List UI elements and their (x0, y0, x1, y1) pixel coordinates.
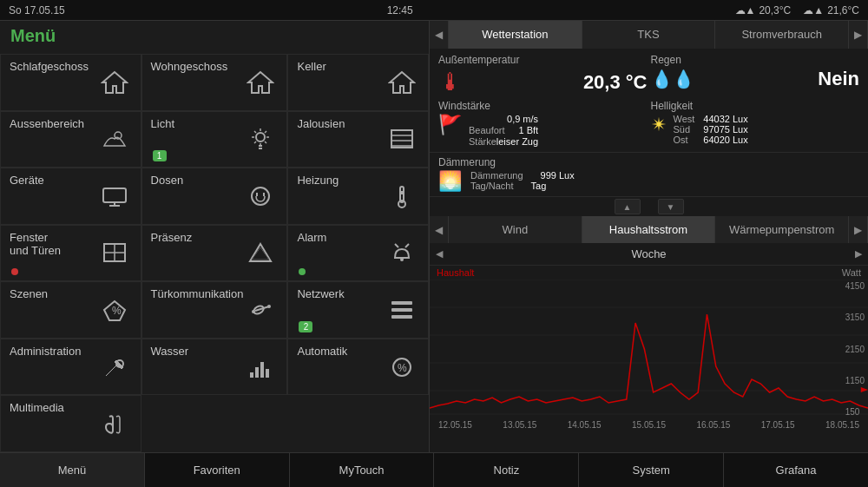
menu-item-icon-wasser (243, 350, 278, 385)
left-panel: Menü SchlafgeschossWohngeschossKellerAus… (0, 21, 430, 452)
menu-item-tuerkomm[interactable]: Türkommunikation (141, 281, 288, 339)
wind-staerke-value: leiser Zug (496, 136, 538, 147)
wind-ms-value: 0,9 m/s (507, 114, 538, 124)
weather-section: Außentemperatur 🌡 20,3 °C Regen 💧💧 Nein … (430, 49, 868, 153)
bottom-bar: Menü Favoriten MyTouch Notiz System Graf… (0, 452, 868, 487)
brightness-west-row: West 44032 Lux (674, 114, 748, 124)
tab-wind[interactable]: Wind (449, 216, 582, 244)
scroll-up-btn[interactable]: ▲ (615, 199, 641, 214)
tab-waermepumpenstrom[interactable]: Wärmepumpenstrom (715, 216, 849, 244)
menu-item-label-heizung: Heizung (297, 174, 385, 187)
svg-line-11 (265, 131, 266, 133)
menu-item-praesenz[interactable]: Präsenz (141, 225, 288, 282)
menu-item-label-netzwerk: Netzwerk (297, 287, 385, 300)
x-label-3: 15.05.15 (632, 420, 666, 430)
x-label-1: 13.05.15 (503, 420, 536, 430)
svg-point-40 (267, 305, 271, 308)
wind-staerke-label: Stärke (469, 136, 496, 147)
daemmerung-lux-label: Dämmerung (470, 170, 523, 181)
svg-rect-33 (400, 258, 404, 261)
menu-item-label-szenen: Szenen (10, 287, 97, 300)
bottom-grafana[interactable]: Grafana (724, 453, 868, 487)
menu-item-label-wohngeschoss: Wohngeschoss (151, 60, 244, 73)
chart-unit: Watt (842, 267, 861, 278)
menu-item-schlafgeschoss[interactable]: Schlafgeschoss (0, 54, 141, 111)
helligkeit-label: Helligkeit (651, 100, 860, 112)
y-label-1150: 1150 (845, 376, 865, 385)
tab2-prev-btn[interactable]: ◀ (430, 216, 449, 244)
chart-svg-container: 4150 3150 2150 1150 150 (430, 280, 868, 418)
menu-item-dosen[interactable]: Dosen (141, 168, 288, 225)
menu-item-automatik[interactable]: Automatik% (287, 339, 429, 396)
scroll-arrows: ▲ ▼ (430, 197, 868, 217)
tab-tks[interactable]: TKS (582, 21, 716, 49)
weather-info-1: ☁▲ 20,3°C (735, 4, 792, 16)
tab-haushaltsstrom[interactable]: Haushaltsstrom (582, 216, 716, 244)
menu-item-wohngeschoss[interactable]: Wohngeschoss (141, 54, 288, 111)
svg-rect-47 (260, 362, 264, 378)
daemmerung-rows: Dämmerung 999 Lux Tag/Nacht Tag (470, 170, 575, 191)
menu-item-administration[interactable]: Administration (0, 339, 141, 396)
menu-item-wasser[interactable]: Wasser (141, 339, 288, 396)
dot-green-alarm (299, 268, 306, 275)
menu-item-label-multimedia: Multimedia (10, 401, 97, 414)
menu-item-icon-administration (97, 350, 132, 385)
top-bar: So 17.05.15 12:45 ☁▲ 20,3°C ☁▲ 21,6°C (0, 0, 868, 21)
menu-item-netzwerk[interactable]: Netzwerk2 (287, 281, 429, 339)
menu-item-heizung[interactable]: Heizung (287, 168, 429, 225)
svg-rect-45 (250, 372, 253, 378)
scroll-down-btn[interactable]: ▼ (658, 199, 684, 214)
brightness-rows: West 44032 Lux Süd 97075 Lux Ost 64020 L… (674, 114, 748, 145)
svg-marker-31 (250, 244, 271, 261)
daemmerung-lux-value: 999 Lux (541, 170, 575, 181)
svg-text:%: % (112, 305, 122, 317)
bottom-favoriten[interactable]: Favoriten (145, 453, 290, 487)
bottom-system[interactable]: System (579, 453, 724, 487)
menu-item-icon-szenen: % (97, 293, 132, 327)
menu-item-icon-licht (243, 122, 278, 156)
menu-item-fenster[interactable]: Fenster und Türen (0, 225, 141, 282)
tab-next-btn[interactable]: ▶ (849, 21, 868, 49)
week-bar: ◀ Woche ▶ (430, 243, 868, 266)
menu-item-icon-automatik: % (385, 350, 419, 385)
wind-ms-row: 0,9 m/s (469, 114, 538, 124)
tagnacht-value: Tag (531, 181, 547, 191)
menu-item-label-jalousien: Jalousien (297, 117, 385, 130)
menu-item-szenen[interactable]: Szenen% (0, 281, 141, 339)
chart-svg (430, 280, 868, 418)
week-next-btn[interactable]: ▶ (849, 243, 868, 266)
menu-item-label-dosen: Dosen (151, 174, 244, 187)
tab2-next-btn[interactable]: ▶ (849, 216, 868, 244)
brightness-ost-label: Ost (674, 135, 688, 145)
menu-item-label-geraete: Geräte (10, 174, 97, 187)
wind-beaufort-value: 1 Bft (518, 125, 538, 135)
bottom-mytouch[interactable]: MyTouch (290, 453, 435, 487)
menu-item-jalousien[interactable]: Jalousien (287, 111, 429, 168)
menu-item-icon-keller (385, 65, 419, 100)
menu-item-geraete[interactable]: Geräte (0, 168, 141, 225)
menu-item-label-aussenbereich: Aussenbereich (10, 117, 97, 130)
y-label-2150: 2150 (845, 345, 865, 354)
menu-item-licht[interactable]: Licht1 (141, 111, 288, 168)
tab-wetterstation[interactable]: Wetterstation (449, 21, 582, 49)
menu-item-alarm[interactable]: Alarm (287, 225, 429, 282)
svg-rect-43 (391, 315, 412, 319)
menu-item-label-keller: Keller (297, 60, 385, 73)
datetime: So 17.05.15 (9, 4, 65, 16)
menu-item-multimedia[interactable]: Multimedia (0, 395, 141, 452)
menu-item-icon-netzwerk (385, 293, 419, 327)
menu-item-aussenbereich[interactable]: Aussenbereich (0, 111, 141, 168)
weather-info-2: ☁▲ 21,6°C (803, 4, 859, 16)
week-prev-btn[interactable]: ◀ (430, 243, 449, 266)
helligkeit-block: Helligkeit ✴ West 44032 Lux Süd 97075 Lu… (651, 100, 860, 147)
menu-item-icon-wohngeschoss (243, 65, 278, 100)
menu-item-label-wasser: Wasser (151, 345, 244, 358)
tab-stromverbrauch[interactable]: Stromverbrauch (715, 21, 849, 49)
menu-item-keller[interactable]: Keller (287, 54, 429, 111)
bottom-menue[interactable]: Menü (0, 453, 145, 487)
tab-prev-btn[interactable]: ◀ (430, 21, 449, 49)
brightness-ost-value: 64020 Lux (703, 135, 747, 145)
bottom-notiz[interactable]: Notiz (434, 453, 579, 487)
menu-item-label-administration: Administration (10, 345, 97, 358)
menu-item-label-fenster: Fenster und Türen (10, 231, 97, 257)
